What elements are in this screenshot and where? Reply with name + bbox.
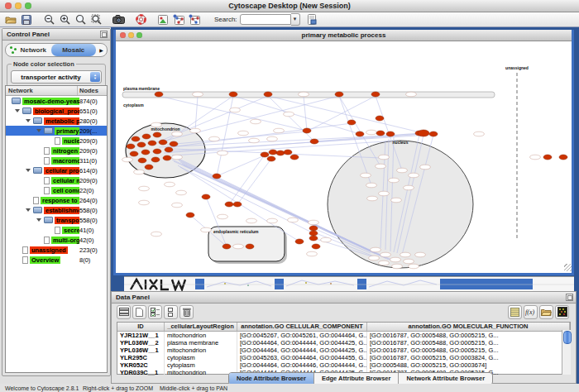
tree-item-macromolecule[interactable]: macromolecule311(0): [6, 155, 107, 165]
node-label[interactable]: [151, 232, 162, 237]
zoom-selected-icon[interactable]: [89, 13, 103, 26]
node[interactable]: [170, 141, 178, 146]
node-label[interactable]: [193, 92, 203, 97]
node[interactable]: [356, 131, 364, 136]
tree-item-response-to-stimul[interactable]: response to stimul264(0): [6, 195, 107, 205]
node-label[interactable]: [367, 196, 378, 201]
expand-arrow-icon[interactable]: [26, 208, 31, 212]
node-label[interactable]: [366, 183, 377, 188]
node[interactable]: [246, 244, 254, 249]
expand-arrow-icon[interactable]: [26, 119, 31, 122]
node[interactable]: [223, 244, 231, 249]
node[interactable]: [312, 244, 320, 249]
node[interactable]: [159, 140, 167, 145]
node[interactable]: [429, 131, 438, 136]
node-label[interactable]: [406, 92, 417, 97]
node[interactable]: [309, 231, 318, 236]
node[interactable]: [151, 157, 160, 162]
node-label[interactable]: [172, 155, 183, 160]
node-label[interactable]: [404, 185, 414, 190]
node[interactable]: [284, 150, 292, 155]
table-scrollbar[interactable]: [562, 330, 571, 375]
table-row[interactable]: YPL036W__1mitochondrion[GO:0044464, GO:0…: [117, 347, 570, 354]
node[interactable]: [130, 151, 138, 156]
node-label[interactable]: [361, 173, 371, 178]
float-panel-icon[interactable]: [566, 294, 573, 301]
node-label[interactable]: [218, 214, 228, 219]
tree-item-metabolic-process[interactable]: metabolic process280(0): [6, 116, 107, 126]
delete-attribute-icon[interactable]: [179, 305, 194, 319]
node-label[interactable]: [376, 164, 386, 169]
node[interactable]: [269, 150, 277, 155]
node[interactable]: [261, 152, 269, 157]
view-minimize-button[interactable]: [128, 32, 134, 38]
node-label[interactable]: [267, 218, 278, 223]
node-label[interactable]: [230, 108, 241, 112]
table-row[interactable]: YPL036W__2plasma membrane[GO:0044464, GO…: [117, 339, 570, 347]
expand-arrow-icon[interactable]: [26, 169, 31, 172]
annotation-icon[interactable]: [156, 13, 170, 26]
node[interactable]: [347, 120, 356, 125]
node[interactable]: [132, 136, 140, 141]
node-label[interactable]: [246, 218, 257, 223]
node-label[interactable]: [233, 244, 244, 249]
node-color-dropdown[interactable]: transporter activity ▲▼: [11, 70, 102, 84]
attribute-batch-icon[interactable]: [508, 305, 522, 319]
tree-item-cellular-metabo[interactable]: cellular metabo209(0): [6, 175, 107, 185]
node-label[interactable]: [238, 131, 249, 136]
node-label[interactable]: [379, 261, 390, 265]
node-label[interactable]: [172, 131, 183, 136]
tree-item-cellular-process[interactable]: cellular process614(0): [6, 165, 107, 175]
node[interactable]: [543, 155, 552, 160]
node[interactable]: [376, 116, 384, 121]
node-label[interactable]: [267, 136, 278, 141]
tab-edge-attribute-browser[interactable]: Edge Attribute Browser: [314, 373, 399, 385]
column-header[interactable]: annotation.GO MOLECULAR_FUNCTION: [367, 323, 570, 331]
node[interactable]: [186, 213, 194, 218]
close-button[interactable]: [5, 2, 12, 9]
node-label[interactable]: [139, 200, 150, 205]
node-label[interactable]: [404, 259, 414, 264]
tree-item-mosaic-demo-yeast[interactable]: mosaic-demo-yeast874(0): [6, 96, 107, 106]
new-attribute-icon[interactable]: [132, 305, 146, 319]
node[interactable]: [145, 165, 153, 170]
expand-arrow-icon[interactable]: [36, 129, 41, 132]
node-label[interactable]: [415, 252, 426, 257]
node-label[interactable]: [389, 178, 400, 183]
network-canvas[interactable]: plasma membranecytoplasmmitochondrionnuc…: [116, 41, 572, 271]
expand-arrow-icon[interactable]: [36, 218, 41, 222]
import-attributes-icon[interactable]: [539, 305, 553, 319]
node-label[interactable]: [134, 170, 145, 174]
view-close-button[interactable]: [120, 32, 126, 38]
node-label[interactable]: [176, 190, 187, 195]
tree-item-establishment-of-lo[interactable]: establishment of lo558(0): [6, 205, 107, 215]
node-label[interactable]: [409, 173, 419, 178]
node[interactable]: [137, 142, 146, 147]
tab-network-attribute-browser[interactable]: Network Attribute Browser: [399, 373, 492, 385]
node[interactable]: [127, 144, 135, 149]
snapshot-icon[interactable]: [111, 13, 126, 26]
node[interactable]: [202, 194, 210, 199]
search-dropdown-arrow[interactable]: ▼: [291, 13, 300, 26]
node[interactable]: [142, 134, 151, 139]
node-label[interactable]: [390, 257, 401, 262]
node-label[interactable]: [139, 186, 150, 191]
view-window-titlebar[interactable]: primary metabolic process: [116, 30, 572, 41]
node-label[interactable]: [391, 198, 402, 203]
tree-item-nitrogen-compo[interactable]: nitrogen compo209(0): [6, 146, 107, 155]
node-label[interactable]: [366, 130, 377, 135]
scrollbar-thumb[interactable]: [563, 331, 572, 344]
node-label[interactable]: [379, 155, 390, 160]
node[interactable]: [225, 202, 233, 207]
tab-node-attribute-browser[interactable]: Node Attribute Browser: [229, 373, 314, 385]
node[interactable]: [303, 128, 311, 133]
node-label[interactable]: [249, 138, 260, 143]
node-label[interactable]: [288, 218, 299, 222]
zoom-fit-icon[interactable]: [73, 13, 88, 26]
node-label[interactable]: [369, 256, 380, 261]
node[interactable]: [290, 155, 299, 160]
node[interactable]: [335, 92, 343, 97]
node[interactable]: [153, 132, 161, 137]
node-label[interactable]: [380, 252, 391, 257]
node-label[interactable]: [190, 128, 201, 133]
